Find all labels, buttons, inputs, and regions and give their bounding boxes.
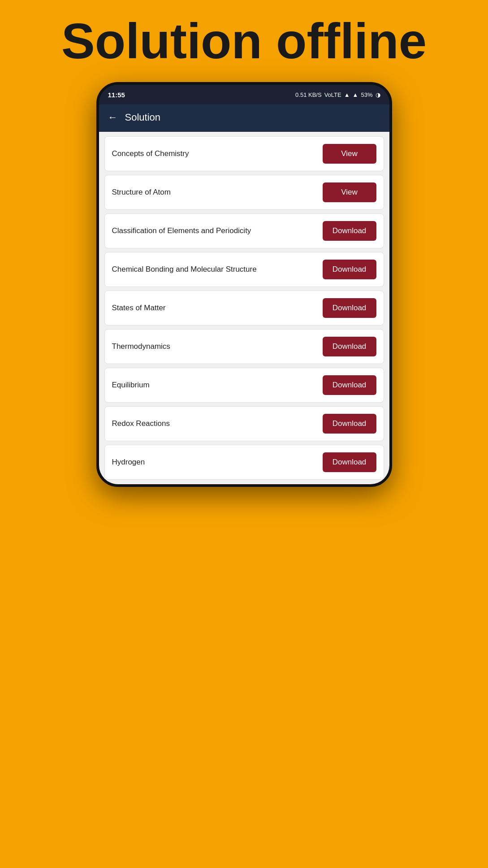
chapter-title: Chemical Bonding and Molecular Structure [112,265,323,274]
wifi-icon: ▲ [344,91,350,98]
download-button[interactable]: Download [323,260,376,279]
app-header: ← Solution [99,104,389,130]
volte-icon: VoLTE [324,91,341,98]
status-time: 11:55 [108,91,125,99]
chapter-title: Classification of Elements and Periodici… [112,226,323,236]
status-right-icons: 0.51 KB/S VoLTE ▲ ▲ 53% ◑ [295,91,380,98]
chapter-list: Concepts of ChemistryViewStructure of At… [99,132,389,484]
list-item: EquilibriumDownload [104,368,384,403]
list-item: Chemical Bonding and Molecular Structure… [104,252,384,287]
view-button[interactable]: View [323,144,376,164]
battery-icon: ◑ [376,91,380,98]
download-button[interactable]: Download [323,414,376,434]
chapter-title: Redox Reactions [112,419,323,429]
hero-section: Solution offline [43,0,445,82]
chapter-title: States of Matter [112,303,323,313]
list-item: States of MatterDownload [104,291,384,326]
list-item: Structure of AtomView [104,175,384,210]
chapter-title: Equilibrium [112,380,323,390]
chapter-title: Structure of Atom [112,187,323,197]
battery-label: 53% [361,91,372,98]
download-button[interactable]: Download [323,298,376,318]
download-button[interactable]: Download [323,337,376,356]
view-button[interactable]: View [323,182,376,202]
download-button[interactable]: Download [323,375,376,395]
header-title: Solution [125,112,161,123]
chapter-title: Hydrogen [112,457,323,467]
signal-icon: ▲ [353,91,358,98]
chapter-title: Thermodynamics [112,342,323,352]
hero-title: Solution offline [43,13,445,69]
status-bar: 11:55 0.51 KB/S VoLTE ▲ ▲ 53% ◑ [99,85,389,104]
list-item: Redox ReactionsDownload [104,406,384,441]
list-item: Concepts of ChemistryView [104,136,384,171]
download-button[interactable]: Download [323,221,376,241]
download-button[interactable]: Download [323,452,376,472]
list-item: ThermodynamicsDownload [104,329,384,364]
back-button[interactable]: ← [108,112,118,123]
status-speed: 0.51 KB/S [295,91,322,98]
list-item: HydrogenDownload [104,445,384,480]
list-item: Classification of Elements and Periodici… [104,213,384,248]
chapter-title: Concepts of Chemistry [112,149,323,159]
phone-frame: 11:55 0.51 KB/S VoLTE ▲ ▲ 53% ◑ ← Soluti… [96,82,392,487]
